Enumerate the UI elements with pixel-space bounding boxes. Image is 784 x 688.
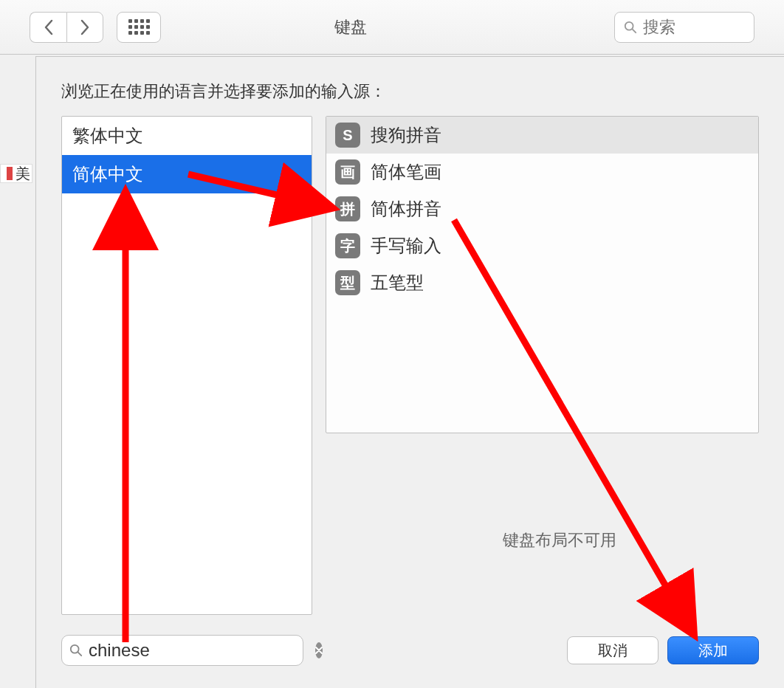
svg-point-2 [71, 645, 79, 653]
wubi-icon: 型 [335, 270, 360, 295]
sidebar-partial-item: 美 [0, 164, 32, 183]
language-list[interactable]: 繁体中文 简体中文 [61, 116, 312, 615]
source-item-pinyin[interactable]: 拼 简体拼音 [326, 190, 758, 227]
svg-line-1 [633, 29, 636, 32]
bottom-bar: 取消 添加 [61, 635, 759, 666]
source-item-stroke[interactable]: 画 简体笔画 [326, 154, 758, 190]
sogou-icon: S [335, 123, 360, 148]
back-button[interactable] [30, 12, 66, 43]
window-title: 键盘 [97, 16, 604, 38]
chevron-right-icon [80, 19, 90, 35]
language-item-traditional[interactable]: 繁体中文 [62, 117, 312, 155]
language-search-input[interactable] [89, 640, 309, 661]
svg-point-0 [625, 21, 633, 30]
sidebar-partial-label: 美 [16, 164, 30, 184]
source-label: 简体笔画 [371, 160, 441, 184]
cancel-button[interactable]: 取消 [567, 636, 659, 664]
source-label: 五笔型 [371, 271, 424, 295]
close-icon [315, 647, 323, 654]
sheet-instruction: 浏览正在使用的语言并选择要添加的输入源： [36, 57, 784, 116]
handwriting-icon: 字 [335, 233, 360, 258]
svg-line-3 [78, 653, 82, 656]
search-icon [69, 644, 83, 657]
add-input-source-sheet: 浏览正在使用的语言并选择要添加的输入源： 繁体中文 简体中文 S 搜狗拼音 画 … [35, 56, 784, 688]
stroke-icon: 画 [335, 159, 360, 185]
chevron-left-icon [44, 19, 54, 35]
source-label: 手写输入 [371, 234, 441, 258]
toolbar-search[interactable] [614, 12, 754, 43]
flag-icon [7, 167, 13, 180]
add-button[interactable]: 添加 [667, 636, 759, 664]
source-label: 搜狗拼音 [371, 123, 441, 147]
source-item-wubi[interactable]: 型 五笔型 [326, 264, 758, 301]
keyboard-layout-status: 键盘布局不可用 [360, 529, 759, 551]
source-item-sogou[interactable]: S 搜狗拼音 [326, 117, 758, 154]
nav-buttons [30, 12, 103, 43]
toolbar-search-input[interactable] [643, 18, 745, 37]
source-label: 简体拼音 [371, 197, 441, 221]
pinyin-icon: 拼 [335, 196, 360, 221]
input-source-list[interactable]: S 搜狗拼音 画 简体笔画 拼 简体拼音 字 手写输入 型 五笔型 [326, 116, 759, 433]
search-icon [624, 21, 637, 34]
source-item-handwriting[interactable]: 字 手写输入 [326, 227, 758, 264]
language-item-simplified[interactable]: 简体中文 [62, 155, 312, 193]
language-search[interactable] [61, 635, 303, 666]
toolbar: 键盘 [0, 0, 784, 55]
clear-search-button[interactable] [315, 642, 323, 658]
